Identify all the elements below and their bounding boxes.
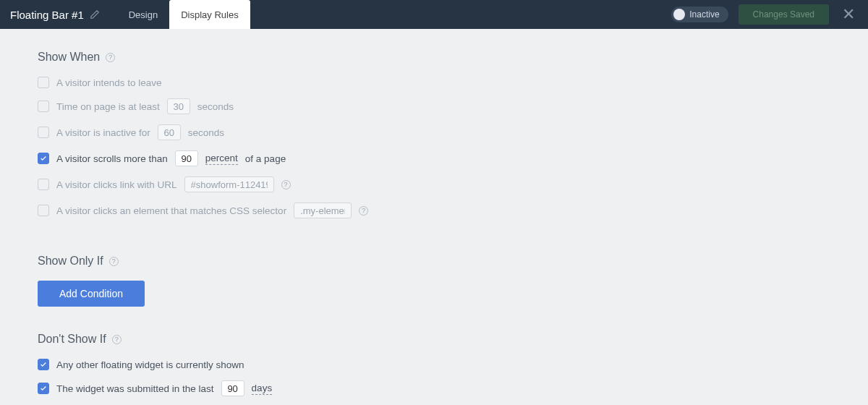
rule-clicks-link: A visitor clicks link with URL ? [38, 176, 830, 192]
checkbox[interactable] [38, 179, 49, 190]
css-selector-input[interactable] [294, 202, 352, 218]
tab-design[interactable]: Design [117, 0, 169, 29]
help-icon[interactable]: ? [281, 180, 291, 189]
rule-time-on-page: Time on page is at least seconds [38, 98, 830, 114]
pencil-icon[interactable] [90, 9, 100, 20]
rule-label: Time on page is at least [56, 101, 160, 112]
checkbox[interactable] [38, 383, 49, 394]
rule-label-post: of a page [245, 153, 286, 164]
rule-inactive-for: A visitor is inactive for seconds [38, 124, 830, 140]
unit-dropdown[interactable]: percent [205, 153, 238, 165]
checkbox[interactable] [38, 153, 49, 164]
tabs: Design Display Rules [117, 0, 250, 29]
checkbox[interactable] [38, 127, 49, 138]
section-title: Show Only If [38, 255, 103, 268]
percent-input[interactable] [175, 150, 198, 166]
changes-saved-button: Changes Saved [739, 4, 829, 25]
content: Show When ? A visitor intends to leave T… [0, 29, 868, 405]
rule-label: A visitor is inactive for [56, 127, 150, 138]
rule-any-other-widget: Any other floating widget is currently s… [38, 359, 830, 370]
help-icon[interactable]: ? [106, 53, 115, 62]
section-show-when: Show When ? [38, 51, 830, 64]
rule-scrolls-more: A visitor scrolls more than percent of a… [38, 150, 830, 166]
section-title: Don't Show If [38, 333, 106, 346]
unit-dropdown[interactable]: days [252, 383, 273, 395]
section-dont-show-if: Don't Show If ? [38, 333, 830, 346]
rule-clicks-css: A visitor clicks an element that matches… [38, 202, 830, 218]
rule-submitted-last: The widget was submitted in the last day… [38, 380, 830, 396]
toggle-knob-icon [673, 9, 685, 20]
close-icon[interactable]: ✕ [839, 5, 858, 24]
seconds-input[interactable] [158, 124, 181, 140]
rule-intends-leave: A visitor intends to leave [38, 77, 830, 88]
help-icon[interactable]: ? [112, 335, 122, 344]
rule-label: A visitor scrolls more than [56, 153, 168, 164]
checkbox[interactable] [38, 205, 49, 216]
section-title: Show When [38, 51, 100, 64]
rule-label: A visitor clicks link with URL [56, 179, 177, 190]
seconds-input[interactable] [167, 98, 190, 114]
section-show-only-if: Show Only If ? [38, 255, 830, 268]
top-bar: Floating Bar #1 Design Display Rules Ina… [0, 0, 868, 29]
toggle-label: Inactive [689, 9, 719, 20]
rule-label: Any other floating widget is currently s… [56, 359, 244, 370]
checkbox[interactable] [38, 77, 49, 88]
tab-display-rules[interactable]: Display Rules [169, 0, 250, 29]
days-input[interactable] [221, 380, 244, 396]
status-toggle[interactable]: Inactive [671, 7, 728, 22]
help-icon[interactable]: ? [109, 257, 119, 266]
rule-unit: seconds [197, 101, 234, 112]
rule-label: A visitor clicks an element that matches… [56, 205, 286, 216]
help-icon[interactable]: ? [359, 206, 368, 216]
page-title: Floating Bar #1 [10, 9, 84, 21]
rule-label: A visitor intends to leave [56, 77, 162, 88]
rule-label: The widget was submitted in the last [56, 383, 214, 394]
add-condition-button[interactable]: Add Condition [38, 281, 145, 307]
checkbox[interactable] [38, 101, 49, 112]
checkbox[interactable] [38, 359, 49, 370]
top-actions: Inactive Changes Saved ✕ [671, 4, 858, 25]
rule-unit: seconds [188, 127, 224, 138]
url-input[interactable] [184, 176, 274, 192]
